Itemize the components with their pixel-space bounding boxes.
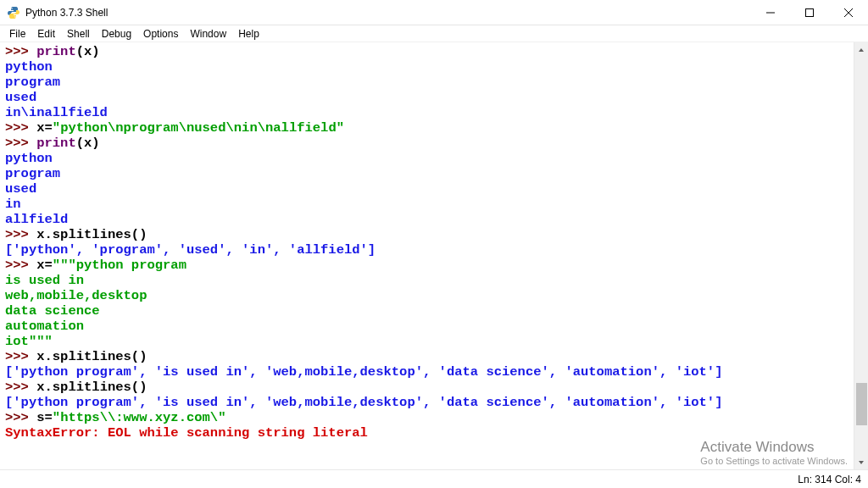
token-op: ) — [92, 44, 99, 59]
scroll-thumb[interactable] — [856, 383, 867, 425]
shell-line: allfield — [5, 212, 865, 227]
status-bar: Ln: 314 Col: 4 — [0, 469, 868, 488]
shell-line: used — [5, 90, 865, 105]
shell-line: python — [5, 151, 865, 166]
shell-line: ['python', 'program', 'used', 'in', 'all… — [5, 242, 865, 258]
python-icon — [7, 6, 20, 19]
token-out: allfield — [5, 212, 68, 227]
cursor-position: Ln: 314 Col: 4 — [798, 474, 861, 485]
window-title: Python 3.7.3 Shell — [25, 7, 108, 19]
token-kw: x — [84, 44, 92, 59]
svg-rect-0 — [806, 8, 814, 16]
menu-file[interactable]: File — [3, 26, 31, 42]
shell-line: automation — [5, 319, 865, 334]
token-p: >>> — [5, 136, 36, 151]
token-out: in — [5, 197, 21, 212]
token-op: () — [131, 227, 147, 242]
token-repr: ['python', 'program', 'used', 'in', 'all… — [5, 242, 376, 258]
menu-debug[interactable]: Debug — [96, 26, 137, 42]
vertical-scrollbar[interactable] — [854, 42, 868, 469]
shell-line: program — [5, 75, 865, 90]
token-str: data science — [5, 303, 100, 319]
shell-line: >>> x="""python program — [5, 258, 865, 273]
token-kw: x.splitlines — [36, 380, 131, 395]
shell-line: ['python program', 'is used in', 'web,mo… — [5, 364, 865, 380]
token-op: () — [131, 380, 147, 395]
token-str: automation — [5, 319, 84, 334]
shell-line: python — [5, 59, 865, 75]
token-p: >>> — [5, 227, 36, 242]
token-op: () — [131, 349, 147, 364]
shell-line: SyntaxError: EOL while scanning string l… — [5, 425, 865, 441]
minimize-button[interactable] — [751, 0, 790, 25]
token-str: "python\nprogram\nused\nin\nallfield" — [53, 120, 344, 136]
token-p: >>> — [5, 349, 36, 364]
token-out: python — [5, 151, 53, 166]
shell-line: >>> print(x) — [5, 136, 865, 151]
menu-help[interactable]: Help — [232, 26, 265, 42]
shell-line: web,mobile,desktop — [5, 288, 865, 303]
maximize-button[interactable] — [790, 0, 829, 25]
shell-line: data science — [5, 303, 865, 319]
shell-line: program — [5, 166, 865, 181]
scroll-up-arrow-icon[interactable] — [854, 42, 869, 57]
token-repr: ['python program', 'is used in', 'web,mo… — [5, 364, 722, 380]
token-out: used — [5, 90, 36, 105]
token-kw: x — [84, 136, 92, 151]
token-out: python — [5, 59, 53, 75]
token-str: "https\\:www.xyz.com\" — [53, 410, 226, 425]
token-kw: s — [36, 410, 44, 425]
menu-options[interactable]: Options — [137, 26, 184, 42]
shell-line: >>> s="https\\:www.xyz.com\" — [5, 410, 865, 425]
token-repr: ['python program', 'is used in', 'web,mo… — [5, 395, 722, 410]
token-p: >>> — [5, 120, 36, 136]
token-kw: x.splitlines — [36, 349, 131, 364]
token-op: ( — [76, 136, 84, 151]
token-out: program — [5, 75, 60, 90]
token-op: = — [45, 258, 53, 273]
token-p: >>> — [5, 380, 36, 395]
menu-bar: File Edit Shell Debug Options Window Hel… — [0, 25, 868, 42]
token-op: ( — [76, 44, 84, 59]
shell-line: iot""" — [5, 334, 865, 349]
token-fn: print — [36, 136, 76, 151]
shell-line: ['python program', 'is used in', 'web,mo… — [5, 395, 865, 410]
shell-line: used — [5, 181, 865, 197]
shell-line: >>> print(x) — [5, 44, 865, 59]
token-op: = — [45, 120, 53, 136]
shell-line: in — [5, 197, 865, 212]
token-kw: x — [36, 120, 44, 136]
token-out: program — [5, 166, 60, 181]
shell-line: >>> x="python\nprogram\nused\nin\nallfie… — [5, 120, 865, 136]
shell-line: >>> x.splitlines() — [5, 380, 865, 395]
scroll-track[interactable] — [854, 57, 869, 455]
token-kw: x — [36, 258, 44, 273]
shell-line: in\inallfield — [5, 105, 865, 120]
editor-area: >>> print(x)pythonprogramusedin\inallfie… — [0, 42, 868, 469]
token-str: """python program — [53, 258, 186, 273]
token-kw: x.splitlines — [36, 227, 131, 242]
token-out: used — [5, 181, 36, 197]
shell-line: >>> x.splitlines() — [5, 227, 865, 242]
token-out: in\inallfield — [5, 105, 108, 120]
token-fn: print — [36, 44, 76, 59]
token-p: >>> — [5, 258, 36, 273]
token-op: ) — [92, 136, 99, 151]
token-str: iot""" — [5, 334, 53, 349]
token-p: >>> — [5, 44, 36, 59]
shell-line: is used in — [5, 273, 865, 288]
shell-line: >>> x.splitlines() — [5, 349, 865, 364]
shell-text-area[interactable]: >>> print(x)pythonprogramusedin\inallfie… — [0, 42, 868, 469]
menu-edit[interactable]: Edit — [31, 26, 61, 42]
menu-shell[interactable]: Shell — [61, 26, 96, 42]
token-str: is used in — [5, 273, 84, 288]
token-err: SyntaxError: EOL while scanning string l… — [5, 425, 368, 441]
scroll-down-arrow-icon[interactable] — [854, 455, 869, 469]
title-bar: Python 3.7.3 Shell — [0, 0, 868, 25]
menu-window[interactable]: Window — [184, 26, 232, 42]
token-op: = — [45, 410, 53, 425]
close-button[interactable] — [829, 0, 868, 25]
token-p: >>> — [5, 410, 36, 425]
token-str: web,mobile,desktop — [5, 288, 147, 303]
